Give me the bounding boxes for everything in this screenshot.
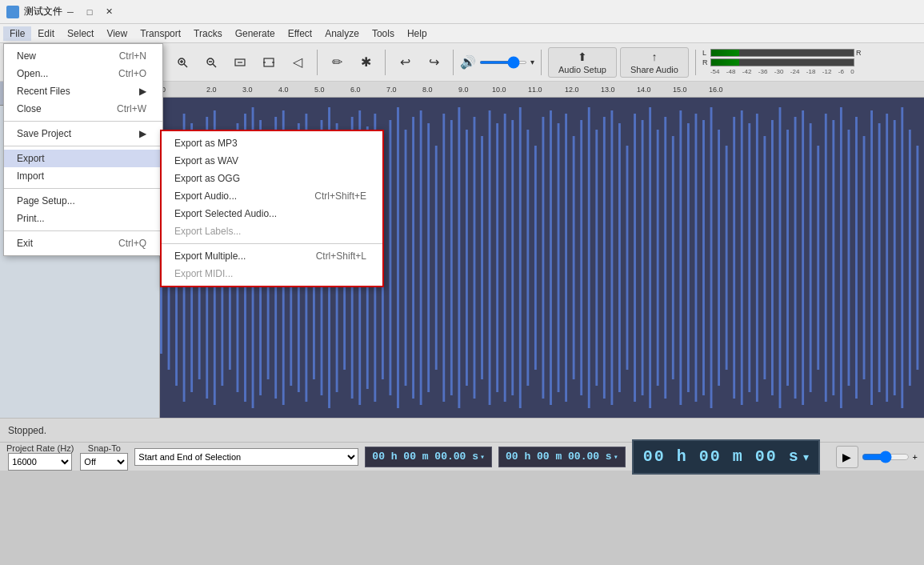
selection-mode-select[interactable]: Start and End of Selection Start and Len… xyxy=(134,448,358,466)
zoom-back-button[interactable]: ◁ xyxy=(285,50,310,75)
draw-tool-button[interactable]: ✏ xyxy=(324,50,350,75)
menu-bar: File Edit Select View Transport Tracks G… xyxy=(0,24,924,43)
audio-setup-button[interactable]: ⬆ Audio Setup xyxy=(548,47,617,78)
svg-rect-66 xyxy=(558,123,560,392)
menu-item-transport[interactable]: Transport xyxy=(134,26,187,41)
redo-button[interactable]: ↪ xyxy=(421,50,446,75)
svg-line-6 xyxy=(213,64,216,67)
close-button[interactable]: ✕ xyxy=(101,4,117,20)
volume-slider[interactable] xyxy=(479,61,527,64)
time-ruler: 0 2.0 3.0 4.0 5.0 6.0 7.0 8.0 9.0 10.0 1… xyxy=(160,82,924,98)
svg-rect-62 xyxy=(526,130,529,386)
app-icon xyxy=(6,6,19,18)
svg-rect-79 xyxy=(657,130,659,386)
svg-rect-89 xyxy=(733,117,735,399)
menu-item-select[interactable]: Select xyxy=(61,26,100,41)
title-text: 测试文件 xyxy=(24,5,62,18)
svg-rect-91 xyxy=(748,123,750,392)
menu-exit[interactable]: Exit Ctrl+Q xyxy=(4,234,162,252)
menu-new[interactable]: New Ctrl+N xyxy=(4,47,162,65)
vu-meter-top: L R xyxy=(702,49,862,57)
menu-item-analyze[interactable]: Analyze xyxy=(318,26,366,41)
svg-rect-110 xyxy=(894,120,896,395)
menu-recent-files[interactable]: Recent Files ▶ xyxy=(4,82,162,100)
zoom-out-button[interactable] xyxy=(198,50,224,75)
separator-5 xyxy=(453,50,454,75)
svg-rect-95 xyxy=(779,107,782,408)
svg-rect-76 xyxy=(634,114,636,402)
menu-open[interactable]: Open... Ctrl+O xyxy=(4,65,162,82)
menu-item-generate[interactable]: Generate xyxy=(229,26,282,41)
menu-close[interactable]: Close Ctrl+W xyxy=(4,100,162,118)
export-selected-audio[interactable]: Export Selected Audio... xyxy=(162,205,382,222)
menu-import[interactable]: Import xyxy=(4,167,162,185)
svg-rect-82 xyxy=(679,110,682,405)
export-ogg[interactable]: Export as OGG xyxy=(162,170,382,187)
bottom-play-button[interactable]: ▶ xyxy=(836,446,858,468)
project-rate-section: Project Rate (Hz) 16000 44100 48000 xyxy=(6,443,74,471)
menu-item-help[interactable]: Help xyxy=(401,26,434,41)
menu-item-file[interactable]: File xyxy=(3,26,31,41)
menu-item-tools[interactable]: Tools xyxy=(366,26,401,41)
export-audio[interactable]: Export Audio... Ctrl+Shift+E xyxy=(162,187,382,205)
svg-rect-47 xyxy=(412,117,414,399)
vu-bar-right xyxy=(710,58,854,66)
time-end-value: 00 h 00 m 00.00 s xyxy=(506,451,612,463)
svg-rect-49 xyxy=(427,123,430,392)
counter-display: 00 h 00 m 00 s xyxy=(643,447,800,466)
zoom-fit-button[interactable] xyxy=(256,50,282,75)
window-controls: ─ □ ✕ xyxy=(62,4,117,20)
svg-rect-75 xyxy=(626,146,629,370)
menu-save-project[interactable]: Save Project ▶ xyxy=(4,125,162,142)
undo-button[interactable]: ↩ xyxy=(392,50,418,75)
svg-rect-84 xyxy=(695,114,698,402)
zoom-selection-button[interactable] xyxy=(227,50,253,75)
svg-rect-68 xyxy=(573,136,575,379)
vu-meter-bottom: R xyxy=(702,58,862,66)
svg-rect-112 xyxy=(909,130,911,386)
snap-to-section: Snap-To Off Bar Beat xyxy=(80,443,128,471)
menu-export[interactable]: Export xyxy=(4,150,162,167)
separator xyxy=(4,230,162,231)
menu-item-edit[interactable]: Edit xyxy=(31,26,61,41)
minimize-button[interactable]: ─ xyxy=(62,4,78,20)
svg-rect-54 xyxy=(466,130,468,386)
share-audio-button[interactable]: ↑ Share Audio xyxy=(620,47,689,78)
share-audio-label: Share Audio xyxy=(630,65,678,74)
svg-rect-111 xyxy=(901,107,903,408)
export-labels: Export Labels... xyxy=(162,222,382,240)
svg-rect-96 xyxy=(786,130,789,386)
svg-rect-70 xyxy=(588,107,590,408)
svg-rect-104 xyxy=(848,130,850,386)
time-display-end: 00 h 00 m 00.00 s ▾ xyxy=(498,447,626,467)
export-wav[interactable]: Export as WAV xyxy=(162,152,382,170)
status-bar: Stopped. xyxy=(0,418,924,442)
menu-item-tracks[interactable]: Tracks xyxy=(187,26,229,41)
menu-print[interactable]: Print... xyxy=(4,210,162,227)
svg-rect-107 xyxy=(870,110,873,405)
separator xyxy=(4,188,162,189)
vu-bar-left xyxy=(710,49,854,57)
svg-rect-94 xyxy=(771,120,774,395)
svg-rect-88 xyxy=(726,146,728,370)
project-rate-select[interactable]: 16000 44100 48000 xyxy=(8,453,72,471)
svg-rect-102 xyxy=(832,120,834,395)
svg-rect-65 xyxy=(550,110,552,405)
menu-item-effect[interactable]: Effect xyxy=(282,26,318,41)
snap-to-select[interactable]: Off Bar Beat xyxy=(80,453,128,471)
multi-tool-button[interactable]: ✱ xyxy=(353,50,378,75)
zoom-in-button[interactable] xyxy=(170,50,195,75)
bottom-position-slider[interactable] xyxy=(862,451,910,463)
separator xyxy=(4,146,162,146)
menu-page-setup[interactable]: Page Setup... xyxy=(4,192,162,210)
transport-counter: 00 h 00 m 00 s ▾ xyxy=(632,439,820,475)
separator xyxy=(162,243,382,244)
svg-rect-56 xyxy=(481,136,483,379)
svg-rect-57 xyxy=(489,110,491,405)
export-mp3[interactable]: Export as MP3 xyxy=(162,134,382,152)
svg-rect-93 xyxy=(763,136,766,379)
maximize-button[interactable]: □ xyxy=(82,4,98,20)
svg-rect-77 xyxy=(642,120,644,395)
export-multiple[interactable]: Export Multiple... Ctrl+Shift+L xyxy=(162,247,382,265)
menu-item-view[interactable]: View xyxy=(100,26,134,41)
